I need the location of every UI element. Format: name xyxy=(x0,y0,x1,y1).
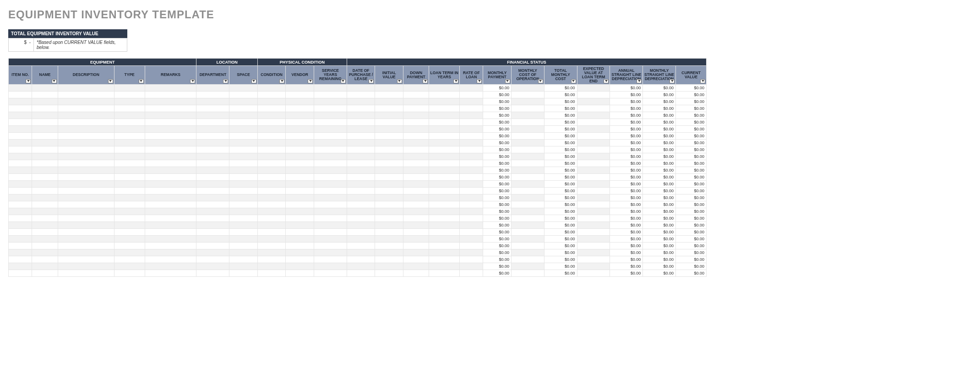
cell-space[interactable] xyxy=(229,84,258,91)
cell-vendor[interactable] xyxy=(286,208,314,215)
cell-monthly_payment[interactable]: $0.00 xyxy=(483,270,512,276)
cell-service_years[interactable] xyxy=(314,132,347,139)
cell-item_no[interactable] xyxy=(9,201,32,208)
cell-annual_dep[interactable]: $0.00 xyxy=(610,242,643,249)
cell-loan_term[interactable] xyxy=(429,132,460,139)
cell-department[interactable] xyxy=(196,194,229,201)
cell-condition[interactable] xyxy=(257,160,286,167)
filter-dropdown-icon[interactable] xyxy=(477,79,482,83)
cell-monthly_cost_op[interactable] xyxy=(511,215,544,221)
cell-space[interactable] xyxy=(229,201,258,208)
column-header-item_no[interactable]: ITEM NO. xyxy=(9,66,32,85)
cell-purchase_date[interactable] xyxy=(347,146,375,153)
cell-down_payment[interactable] xyxy=(403,208,429,215)
cell-space[interactable] xyxy=(229,146,258,153)
column-header-condition[interactable]: CONDITION xyxy=(257,66,286,85)
cell-service_years[interactable] xyxy=(314,160,347,167)
cell-monthly_cost_op[interactable] xyxy=(511,194,544,201)
cell-annual_dep[interactable]: $0.00 xyxy=(610,132,643,139)
cell-service_years[interactable] xyxy=(314,98,347,105)
cell-name[interactable] xyxy=(32,139,58,146)
cell-down_payment[interactable] xyxy=(403,263,429,270)
cell-total_monthly_cost[interactable]: $0.00 xyxy=(544,139,577,146)
cell-monthly_cost_op[interactable] xyxy=(511,256,544,263)
cell-item_no[interactable] xyxy=(9,256,32,263)
cell-name[interactable] xyxy=(32,180,58,187)
cell-monthly_cost_op[interactable] xyxy=(511,173,544,180)
cell-name[interactable] xyxy=(32,119,58,125)
cell-description[interactable] xyxy=(58,132,114,139)
cell-type[interactable] xyxy=(114,98,145,105)
cell-description[interactable] xyxy=(58,125,114,132)
cell-type[interactable] xyxy=(114,194,145,201)
cell-annual_dep[interactable]: $0.00 xyxy=(610,160,643,167)
cell-department[interactable] xyxy=(196,105,229,112)
cell-monthly_dep[interactable]: $0.00 xyxy=(643,194,676,201)
cell-initial_value[interactable] xyxy=(375,125,403,132)
cell-expected_value_end[interactable] xyxy=(577,132,610,139)
cell-annual_dep[interactable]: $0.00 xyxy=(610,249,643,256)
cell-name[interactable] xyxy=(32,160,58,167)
cell-monthly_dep[interactable]: $0.00 xyxy=(643,215,676,221)
cell-current_value[interactable]: $0.00 xyxy=(676,167,707,173)
cell-purchase_date[interactable] xyxy=(347,235,375,242)
cell-expected_value_end[interactable] xyxy=(577,235,610,242)
cell-annual_dep[interactable]: $0.00 xyxy=(610,187,643,194)
filter-dropdown-icon[interactable] xyxy=(369,79,374,83)
cell-vendor[interactable] xyxy=(286,167,314,173)
cell-description[interactable] xyxy=(58,187,114,194)
cell-monthly_payment[interactable]: $0.00 xyxy=(483,201,512,208)
cell-annual_dep[interactable]: $0.00 xyxy=(610,201,643,208)
cell-purchase_date[interactable] xyxy=(347,270,375,276)
cell-down_payment[interactable] xyxy=(403,256,429,263)
cell-loan_term[interactable] xyxy=(429,98,460,105)
cell-condition[interactable] xyxy=(257,221,286,228)
cell-name[interactable] xyxy=(32,187,58,194)
cell-monthly_dep[interactable]: $0.00 xyxy=(643,112,676,119)
cell-total_monthly_cost[interactable]: $0.00 xyxy=(544,153,577,160)
cell-condition[interactable] xyxy=(257,146,286,153)
filter-dropdown-icon[interactable] xyxy=(604,79,609,83)
cell-rate[interactable] xyxy=(460,242,483,249)
cell-vendor[interactable] xyxy=(286,235,314,242)
cell-remarks[interactable] xyxy=(145,160,196,167)
cell-total_monthly_cost[interactable]: $0.00 xyxy=(544,187,577,194)
cell-condition[interactable] xyxy=(257,187,286,194)
cell-type[interactable] xyxy=(114,187,145,194)
cell-annual_dep[interactable]: $0.00 xyxy=(610,91,643,98)
cell-total_monthly_cost[interactable]: $0.00 xyxy=(544,201,577,208)
cell-current_value[interactable]: $0.00 xyxy=(676,263,707,270)
cell-name[interactable] xyxy=(32,146,58,153)
cell-total_monthly_cost[interactable]: $0.00 xyxy=(544,194,577,201)
cell-initial_value[interactable] xyxy=(375,228,403,235)
cell-description[interactable] xyxy=(58,173,114,180)
cell-annual_dep[interactable]: $0.00 xyxy=(610,263,643,270)
cell-service_years[interactable] xyxy=(314,167,347,173)
cell-total_monthly_cost[interactable]: $0.00 xyxy=(544,235,577,242)
cell-annual_dep[interactable]: $0.00 xyxy=(610,112,643,119)
cell-name[interactable] xyxy=(32,249,58,256)
cell-remarks[interactable] xyxy=(145,263,196,270)
cell-department[interactable] xyxy=(196,270,229,276)
filter-dropdown-icon[interactable] xyxy=(341,79,346,83)
cell-down_payment[interactable] xyxy=(403,153,429,160)
cell-down_payment[interactable] xyxy=(403,98,429,105)
cell-loan_term[interactable] xyxy=(429,242,460,249)
cell-space[interactable] xyxy=(229,153,258,160)
cell-description[interactable] xyxy=(58,270,114,276)
cell-type[interactable] xyxy=(114,180,145,187)
cell-item_no[interactable] xyxy=(9,235,32,242)
cell-remarks[interactable] xyxy=(145,270,196,276)
cell-remarks[interactable] xyxy=(145,228,196,235)
cell-current_value[interactable]: $0.00 xyxy=(676,173,707,180)
cell-rate[interactable] xyxy=(460,153,483,160)
cell-item_no[interactable] xyxy=(9,160,32,167)
column-header-total_monthly_cost[interactable]: TOTAL MONTHLY COST xyxy=(544,66,577,85)
cell-annual_dep[interactable]: $0.00 xyxy=(610,180,643,187)
cell-current_value[interactable]: $0.00 xyxy=(676,235,707,242)
filter-dropdown-icon[interactable] xyxy=(190,79,195,83)
cell-monthly_dep[interactable]: $0.00 xyxy=(643,180,676,187)
cell-item_no[interactable] xyxy=(9,153,32,160)
cell-remarks[interactable] xyxy=(145,180,196,187)
column-header-service_years[interactable]: SERVICE YEARS REMAINING xyxy=(314,66,347,85)
